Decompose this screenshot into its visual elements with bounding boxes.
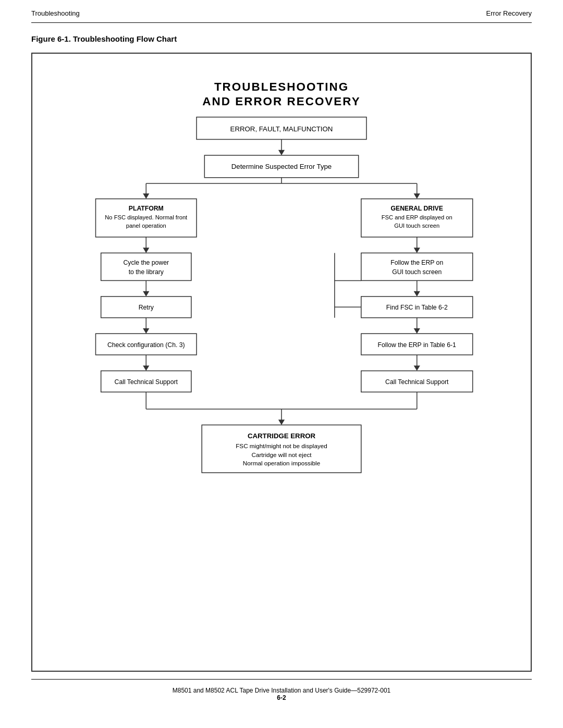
erp-line1: Follow the ERP on	[390, 259, 443, 266]
arrow-erp-tip	[414, 291, 420, 297]
title-line1: TROUBLESHOOTING	[214, 80, 349, 93]
erp-line2: GUI touch screen	[392, 268, 442, 276]
platform-line1: PLATFORM	[129, 205, 164, 212]
arrow-left-tip	[143, 193, 149, 199]
figure-title: Figure 6-1. Troubleshooting Flow Chart	[31, 34, 532, 43]
arrow-cycle-tip	[143, 291, 149, 297]
calltech-right-text: Call Technical Support	[385, 378, 449, 386]
page-header: Troubleshooting Error Recovery	[0, 0, 563, 17]
platform-line3: panel operation	[126, 223, 166, 229]
page-number: 6-2	[0, 694, 563, 701]
arrow-retry-tip	[143, 328, 149, 334]
cartridge-line1: CARTRIDGE ERROR	[248, 432, 316, 440]
page-footer: M8501 and M8502 ACL Tape Drive Installat…	[0, 687, 563, 712]
start-box-text: ERROR, FAULT, MALFUNCTION	[230, 125, 333, 133]
cycle-line2: to the library	[129, 268, 164, 276]
title-line2: AND ERROR RECOVERY	[202, 95, 360, 108]
top-rule	[31, 22, 532, 23]
cycle-line1: Cycle the power	[123, 259, 169, 266]
cartridge-line2: FSC might/might not be displayed	[236, 442, 327, 449]
erp-box-rect	[361, 253, 473, 280]
gdrive-line2: FSC and ERP displayed on	[382, 214, 452, 220]
footer-text: M8501 and M8502 ACL Tape Drive Installat…	[173, 687, 391, 694]
arrow-gdrive-tip	[414, 248, 420, 253]
config-text: Check configuration (Ch. 3)	[107, 341, 185, 349]
platform-line2: No FSC displayed. Normal front	[105, 214, 188, 220]
cartridge-line4: Normal operation impossible	[243, 460, 320, 466]
arrow-plat-tip	[143, 248, 149, 253]
flowchart-svg: TROUBLESHOOTING AND ERROR RECOVERY ERROR…	[53, 69, 510, 653]
header-left: Troubleshooting	[31, 9, 80, 17]
merge-arrow-tip	[278, 419, 285, 425]
arrow-fsc-tip	[414, 328, 420, 334]
cycle-box-rect	[101, 253, 191, 280]
erptable-text: Follow the ERP in Table 6-1	[378, 341, 457, 349]
arrow-right-tip	[414, 193, 420, 199]
arrow1-tip	[278, 150, 285, 155]
determine-box-text: Determine Suspected Error Type	[231, 163, 332, 170]
header-right: Error Recovery	[486, 9, 532, 17]
gdrive-line1: GENERAL DRIVE	[391, 205, 443, 212]
cartridge-line3: Cartridge will not eject	[251, 451, 312, 458]
retry-text: Retry	[139, 304, 154, 311]
fsc-text: Find FSC in Table 6-2	[386, 304, 448, 311]
arrow-config-tip	[143, 365, 149, 371]
bottom-rule	[31, 679, 532, 680]
calltech-left-text: Call Technical Support	[115, 378, 178, 386]
chart-container: TROUBLESHOOTING AND ERROR RECOVERY ERROR…	[31, 53, 532, 672]
arrow-erptable-tip	[414, 365, 420, 371]
gdrive-line3: GUI touch screen	[394, 223, 439, 229]
